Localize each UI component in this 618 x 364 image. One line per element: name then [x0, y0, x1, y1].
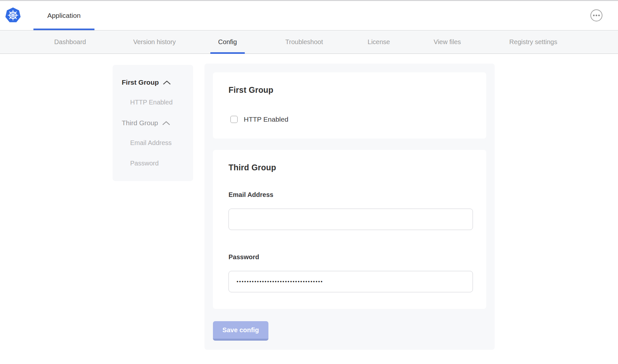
tab-config[interactable]: Config: [218, 30, 237, 54]
tab-troubleshoot[interactable]: Troubleshoot: [285, 30, 323, 54]
ellipsis-icon: [596, 15, 597, 16]
tab-version-history[interactable]: Version history: [133, 30, 176, 54]
console-nav-bar: Dashboard Version history Config Trouble…: [0, 30, 618, 54]
group-title: Third Group: [229, 163, 471, 172]
save-config-button[interactable]: Save config: [213, 321, 268, 341]
ellipsis-icon: [593, 15, 595, 16]
config-group-card-third: Third Group Email Address Password •••••…: [213, 150, 486, 309]
sidebar-item-third-group[interactable]: Third Group: [122, 119, 187, 127]
tab-license[interactable]: License: [368, 30, 390, 54]
tab-dashboard[interactable]: Dashboard: [54, 30, 86, 54]
group-title: First Group: [229, 85, 471, 95]
sidebar-item-first-group[interactable]: First Group: [122, 79, 187, 86]
http-enabled-checkbox[interactable]: [230, 116, 238, 123]
sidebar-item-password[interactable]: Password: [122, 160, 187, 167]
config-panel: First Group HTTP Enabled Third Group Ema…: [204, 64, 495, 350]
http-enabled-label: HTTP Enabled: [244, 115, 288, 123]
tab-registry-settings[interactable]: Registry settings: [509, 30, 557, 54]
masked-password-value: ••••••••••••••••••••••••••••••••••: [237, 279, 323, 284]
config-group-card-first: First Group HTTP Enabled: [213, 72, 486, 139]
password-input[interactable]: ••••••••••••••••••••••••••••••••••: [229, 271, 473, 292]
overflow-menu-button[interactable]: [590, 9, 602, 21]
email-address-input[interactable]: [229, 209, 473, 230]
http-enabled-row: HTTP Enabled: [230, 115, 471, 123]
email-address-label: Email Address: [229, 191, 471, 199]
sidebar-group-label: Third Group: [122, 119, 158, 127]
sidebar-item-email-address[interactable]: Email Address: [122, 139, 187, 147]
kubernetes-logo-icon: [5, 7, 21, 23]
chevron-up-icon[interactable]: [163, 80, 171, 85]
chevron-up-icon[interactable]: [162, 121, 170, 125]
application-tab-label: Application: [47, 12, 81, 19]
ellipsis-icon: [598, 15, 600, 16]
config-group-sidebar: First Group HTTP Enabled Third Group Ema…: [113, 65, 193, 181]
application-tab[interactable]: Application: [33, 1, 94, 30]
sidebar-group-label: First Group: [122, 79, 159, 86]
app-header: Application: [0, 1, 618, 30]
password-label: Password: [229, 253, 471, 261]
tab-view-files[interactable]: View files: [434, 30, 461, 54]
sidebar-item-http-enabled[interactable]: HTTP Enabled: [122, 99, 187, 106]
